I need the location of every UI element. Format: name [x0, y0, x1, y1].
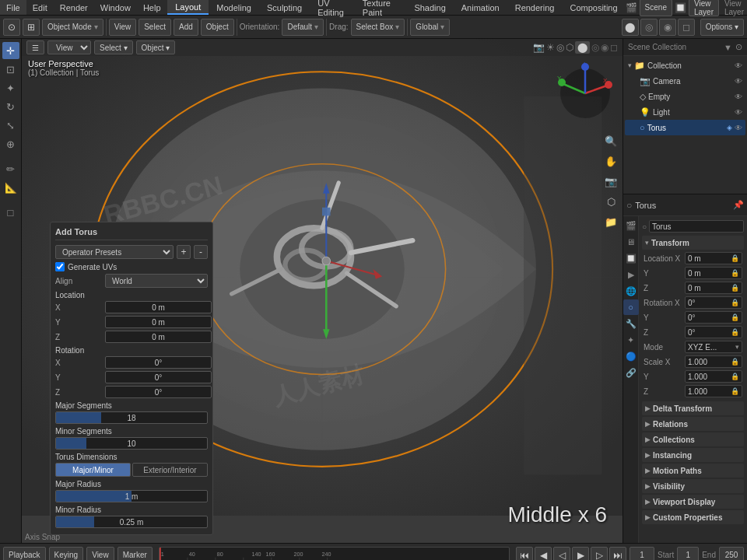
rotation-x-input[interactable] — [105, 356, 212, 369]
timeline-scrubber[interactable]: 1 40 80 140 160 200 240 — [159, 547, 510, 561]
view-layer-dropdown[interactable]: View Layer — [689, 0, 719, 16]
next-frame-btn[interactable]: ▷ — [591, 547, 608, 561]
delta-transform-section-header[interactable]: ▶ Delta Transform — [642, 401, 744, 415]
select-tool[interactable]: ⊡ — [2, 61, 19, 78]
data-name-input[interactable]: Torus — [649, 220, 744, 233]
measure-tool[interactable]: 📐 — [2, 179, 19, 196]
object-mode-dropdown[interactable]: Object Mode ▾ — [42, 19, 103, 36]
add-preset-btn[interactable]: + — [177, 245, 191, 259]
collection-icon[interactable]: 📁 — [602, 213, 619, 230]
timeline-view-btn[interactable]: View — [86, 547, 114, 561]
play-btn[interactable]: ▶ — [572, 547, 589, 561]
scale-x-prop-val[interactable]: 1.000 🔒 — [685, 355, 742, 368]
workspace-texture-paint[interactable]: Texture Paint — [355, 0, 407, 15]
workspace-layout[interactable]: Layout — [167, 0, 209, 15]
visibility-section-header[interactable]: ▶ Visibility — [642, 479, 744, 493]
generate-uvs-checkbox[interactable] — [55, 262, 65, 271]
move-tool[interactable]: ✦ — [2, 79, 19, 96]
rot-y-lock-icon[interactable]: 🔒 — [731, 313, 739, 321]
rotation-z-input[interactable] — [105, 386, 212, 398]
add-btn[interactable]: Add — [174, 19, 198, 36]
view-btn[interactable]: View — [109, 19, 137, 36]
custom-props-section-header[interactable]: ▶ Custom Properties — [642, 510, 744, 524]
location-z-input[interactable] — [105, 331, 212, 343]
location-y-input[interactable] — [105, 316, 212, 328]
scale-y-lock-icon[interactable]: 🔒 — [731, 373, 739, 380]
prop-tab-modifier[interactable]: 🔧 — [623, 316, 639, 331]
rot-z-prop-val[interactable]: 0° 🔒 — [685, 326, 742, 338]
collection-visibility-eye[interactable]: 👁 — [735, 61, 742, 70]
workspace-shading[interactable]: Shading — [406, 0, 453, 15]
prev-frame-btn[interactable]: ◀ — [535, 547, 552, 561]
rotate-tool[interactable]: ↻ — [2, 98, 19, 115]
empty-visibility-eye[interactable]: 👁 — [735, 93, 742, 101]
prop-tab-render[interactable]: 🎬 — [623, 218, 639, 233]
location-x-input[interactable] — [105, 301, 212, 313]
transform-tool[interactable]: ⊕ — [2, 135, 19, 152]
viewport-shading-render[interactable]: ◉ — [601, 42, 608, 53]
start-frame-input[interactable] — [677, 547, 699, 561]
workspace-compositing[interactable]: Compositing — [562, 0, 625, 15]
viewport-display-section-header[interactable]: ▶ Viewport Display — [642, 495, 744, 509]
toolbar-grid-icon[interactable]: ⊞ — [23, 19, 40, 36]
menu-render[interactable]: Render — [54, 0, 94, 15]
properties-pin-icon[interactable]: 📌 — [733, 200, 744, 210]
prop-tab-particle[interactable]: ✦ — [623, 332, 639, 348]
scale-y-prop-val[interactable]: 1.000 🔒 — [685, 370, 742, 383]
toolbar-left-icon[interactable]: ⊙ — [3, 19, 20, 36]
rot-y-prop-val[interactable]: 0° 🔒 — [685, 311, 742, 324]
minor-radius-slider[interactable]: 0.25 m — [55, 516, 208, 528]
operator-presets-dropdown[interactable]: Operator Presets — [55, 245, 174, 259]
loc-y-prop-val[interactable]: 0 m 🔒 — [685, 267, 742, 279]
prop-tab-physics[interactable]: 🔵 — [623, 348, 639, 364]
relations-section-header[interactable]: ▶ Relations — [642, 417, 744, 431]
current-frame-input[interactable] — [630, 547, 654, 561]
loc-z-prop-val[interactable]: 0 m 🔒 — [685, 282, 742, 294]
outliner-sync-icon[interactable]: ⊙ — [735, 42, 742, 52]
wireframe-shading-btn[interactable]: ◻ — [678, 19, 695, 36]
viewport-icon-overlay[interactable]: ◎ — [556, 42, 564, 53]
viewport-view-dropdown[interactable]: View — [47, 40, 91, 54]
rotation-y-input[interactable] — [105, 371, 212, 383]
viewport[interactable]: RBBC.CN 人人素材 ☰ View Select ▾ Object ▾ 📷 … — [22, 39, 622, 543]
outliner-filter-icon[interactable]: ▼ — [724, 43, 732, 52]
solid-shading-btn[interactable]: ⬤ — [622, 19, 639, 36]
end-frame-input[interactable] — [719, 547, 744, 561]
jump-end-btn[interactable]: ⏭ — [609, 547, 626, 561]
outliner-light[interactable]: 💡 Light 👁 — [625, 104, 745, 120]
collections-section-header[interactable]: ▶ Collections — [642, 432, 744, 446]
menu-help[interactable]: Help — [137, 0, 167, 15]
light-visibility-eye[interactable]: 👁 — [735, 108, 742, 117]
play-back-btn[interactable]: ◁ — [553, 547, 570, 561]
marker-btn[interactable]: Marker — [117, 547, 153, 561]
align-dropdown[interactable]: World — [105, 274, 208, 288]
select-btn[interactable]: Select — [139, 19, 171, 36]
scale-tool[interactable]: ⤡ — [2, 117, 19, 134]
pan-icon[interactable]: ✋ — [602, 152, 619, 170]
annotate-tool[interactable]: ✏ — [2, 160, 19, 177]
instancing-section-header[interactable]: ▶ Instancing — [642, 448, 744, 462]
workspace-rendering[interactable]: Rendering — [507, 0, 563, 15]
menu-file[interactable]: File — [0, 0, 26, 15]
major-radius-slider[interactable]: 1 m — [55, 490, 208, 502]
cursor-tool[interactable]: ✛ — [2, 42, 19, 59]
rot-x-lock-icon[interactable]: 🔒 — [731, 299, 739, 306]
global-dropdown[interactable]: Global ▾ — [410, 19, 450, 36]
major-minor-btn[interactable]: Major/Minor — [55, 463, 131, 477]
major-segments-slider[interactable]: 18 — [55, 411, 208, 424]
viewport-gizmo[interactable]: X Y Z — [554, 62, 616, 124]
prop-tab-view-layer[interactable]: 🔲 — [623, 250, 639, 266]
jump-start-btn[interactable]: ⏮ — [516, 547, 533, 561]
viewport-icon-sun[interactable]: ☀ — [546, 42, 555, 53]
workspace-animation[interactable]: Animation — [454, 0, 507, 15]
menu-window[interactable]: Window — [94, 0, 137, 15]
loc-y-lock-icon[interactable]: 🔒 — [731, 269, 739, 277]
prop-tab-object[interactable]: ○ — [623, 299, 639, 315]
camera-visibility-eye[interactable]: 👁 — [735, 77, 742, 86]
menu-edit[interactable]: Edit — [26, 0, 54, 15]
select-box-dropdown[interactable]: Select Box ▾ — [351, 19, 405, 36]
exterior-interior-btn[interactable]: Exterior/Interior — [132, 463, 208, 477]
object-btn[interactable]: Object — [201, 19, 234, 36]
outliner-torus[interactable]: ○ Torus ◈ 👁 — [625, 120, 745, 135]
minor-segments-slider[interactable]: 10 — [55, 437, 208, 450]
